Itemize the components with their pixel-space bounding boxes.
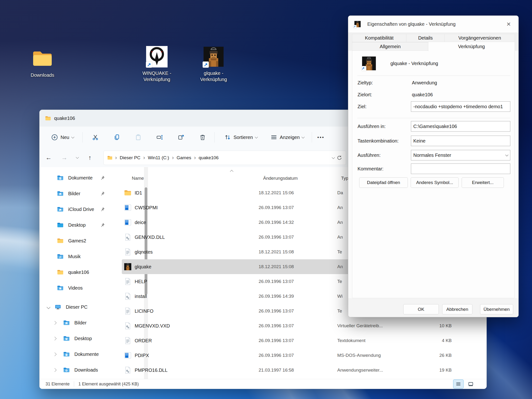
breadcrumb-separator: › <box>113 155 119 161</box>
tab-verknuepfung[interactable]: Verknüpfung <box>428 42 515 51</box>
desktop-icon-winquake[interactable]: ↗ WINQUAKE - Verknüpfung <box>137 45 177 82</box>
up-button[interactable]: ↑ <box>84 154 95 161</box>
rename-button[interactable] <box>153 131 166 143</box>
apply-button[interactable]: Übernehmen <box>480 304 513 314</box>
dll-icon <box>124 366 132 374</box>
file-date: 21.03.1997 16:58 <box>259 367 337 373</box>
glquake-shortcut-icon: ↗ <box>354 20 361 28</box>
paste-button[interactable] <box>132 131 145 143</box>
sidebar-item-games2[interactable]: Games2 <box>41 233 113 249</box>
tab-kompatibilitaet[interactable]: Kompatibilität <box>352 34 406 42</box>
sidebar-item-dokumente[interactable]: Dokumente <box>41 170 113 186</box>
sidebar-item-musik[interactable]: Musik <box>41 249 113 264</box>
kommentar-input[interactable] <box>411 164 510 174</box>
advanced-button[interactable]: Erweitert... <box>462 177 504 188</box>
pin-icon <box>100 175 105 180</box>
sidebar-item-icloud-drive[interactable]: iCloud Drive <box>41 201 113 217</box>
folder-docs-icon <box>63 351 70 358</box>
chevron-right-icon[interactable] <box>53 321 57 325</box>
history-chevron-icon[interactable] <box>76 156 79 159</box>
chevron-right-icon[interactable] <box>53 352 57 356</box>
shortcut-arrow-icon: ↗ <box>146 62 152 68</box>
dialog-title: Eigenschaften von glquake - Verknüpfung <box>367 21 456 27</box>
breadcrumb-separator: › <box>192 155 198 161</box>
ziel-input[interactable] <box>411 101 510 112</box>
close-icon[interactable]: × <box>503 18 515 30</box>
sort-arrows-icon <box>224 134 231 141</box>
change-icon-button[interactable]: Anderes Symbol... <box>411 177 459 188</box>
table-row-pdipx[interactable]: PDIPX26.09.1996 13:07MS-DOS-Anwendung26 … <box>122 348 454 363</box>
details-view-button[interactable] <box>453 380 464 388</box>
desktop-icon-glquake[interactable]: ↗ glquake - Verknüpfung <box>193 45 234 82</box>
copy-icon <box>113 134 120 141</box>
properties-dialog: ↗ Eigenschaften von glquake - Verknüpfun… <box>348 15 519 317</box>
chevron-down-icon[interactable] <box>47 305 51 309</box>
new-button[interactable]: Neu <box>48 131 77 143</box>
share-button[interactable] <box>175 131 188 143</box>
tab-details[interactable]: Details <box>406 34 445 42</box>
table-row-order[interactable]: ORDER26.09.1996 13:07Textdokument4 KB <box>122 333 454 348</box>
breadcrumb-dieser-pc[interactable]: Dieser PC <box>119 155 141 161</box>
field-label-ausfuehren: Ausführen: <box>358 152 381 158</box>
file-date: 26.09.1996 13:07 <box>259 323 337 329</box>
chevron-right-icon[interactable] <box>53 368 57 372</box>
table-row-pmpro16.dll[interactable]: PMPRO16.DLL21.03.1997 16:58Anwendungserw… <box>122 363 454 378</box>
file-name: LICINFO <box>135 308 259 314</box>
more-options-button[interactable]: ••• <box>314 132 327 143</box>
dll-icon <box>124 292 132 300</box>
chevron-right-icon[interactable] <box>53 336 57 340</box>
desktop-icon-downloads[interactable]: Downloads <box>22 47 63 78</box>
back-button[interactable]: ← <box>43 154 54 161</box>
sort-button[interactable]: Sortieren <box>221 131 260 143</box>
sidebar-item-bilder[interactable]: Bilder <box>41 186 113 201</box>
file-name: glquake <box>135 264 259 270</box>
tab-allgemein[interactable]: Allgemein <box>352 42 428 51</box>
column-header-type[interactable]: Typ <box>341 176 348 181</box>
column-header-date[interactable]: Änderungsdatum <box>263 176 298 181</box>
icons-view-button[interactable] <box>466 380 476 388</box>
sidebar-item-label: iCloud Drive <box>68 207 94 212</box>
sidebar-tree-bilder[interactable]: Bilder <box>41 315 113 331</box>
open-file-path-button[interactable]: Dateipfad öffnen <box>359 177 408 188</box>
sidebar-tree-dieser-pc[interactable]: Dieser PC <box>41 299 113 315</box>
copy-button[interactable] <box>110 131 123 143</box>
delete-button[interactable] <box>196 131 209 143</box>
explorer-tab[interactable]: quake106 <box>40 115 75 121</box>
toolbar-divider <box>214 132 215 143</box>
field-label-zielort: Zielort: <box>358 92 372 97</box>
forward-button[interactable]: → <box>59 154 70 161</box>
sidebar-item-videos[interactable]: Videos <box>41 280 113 296</box>
glquake-shortcut-icon-large: ↗ <box>361 56 377 71</box>
trash-icon <box>199 134 206 141</box>
column-header-name[interactable]: Name <box>132 176 144 181</box>
address-bar[interactable]: › Dieser PC › Win11 (C:) › Games › quake… <box>103 151 346 165</box>
toolbar-divider <box>82 132 83 143</box>
sidebar-item-quake106[interactable]: quake106 <box>41 264 113 280</box>
address-chevron-icon[interactable] <box>332 156 335 159</box>
ausfuehren-in-input[interactable] <box>411 121 510 132</box>
ok-button[interactable]: OK <box>403 304 439 314</box>
tab-vorgaengerversionen[interactable]: Vorgängerversionen <box>444 34 515 42</box>
file-type: MS-DOS-Anwendung <box>337 353 416 358</box>
table-row-mgenvxd.vxd[interactable]: MGENVXD.VXD26.09.1996 13:07Virtueller Ge… <box>122 318 454 333</box>
ausfuehren-dropdown[interactable]: Normales Fenster <box>411 150 510 160</box>
folder-yellow-icon <box>57 237 64 244</box>
field-label-kommentar: Kommentar: <box>358 166 384 172</box>
sidebar-tree-downloads[interactable]: Downloads <box>41 362 113 378</box>
cancel-button[interactable]: Abbrechen <box>442 304 472 314</box>
sidebar-tree-dokumente[interactable]: Dokumente <box>41 346 113 362</box>
shortcut-name: glquake - Verknüpfung <box>390 61 438 66</box>
dialog-titlebar[interactable]: ↗ Eigenschaften von glquake - Verknüpfun… <box>348 16 519 32</box>
view-button[interactable]: Anzeigen <box>267 131 307 143</box>
glquake-icon <box>124 263 132 271</box>
breadcrumb-quake106[interactable]: quake106 <box>198 155 219 161</box>
breadcrumb-games[interactable]: Games <box>176 155 192 161</box>
sidebar-tree-desktop[interactable]: Desktop <box>41 331 113 346</box>
refresh-button[interactable] <box>336 155 342 161</box>
sidebar-item-desktop[interactable]: Desktop <box>41 217 113 233</box>
sort-ascending-icon <box>230 170 233 173</box>
tastenkombination-input[interactable] <box>411 136 510 146</box>
cut-button[interactable] <box>89 131 102 143</box>
breadcrumb-drive[interactable]: Win11 (C:) <box>147 155 170 161</box>
sidebar-item-label: Downloads <box>74 367 98 373</box>
